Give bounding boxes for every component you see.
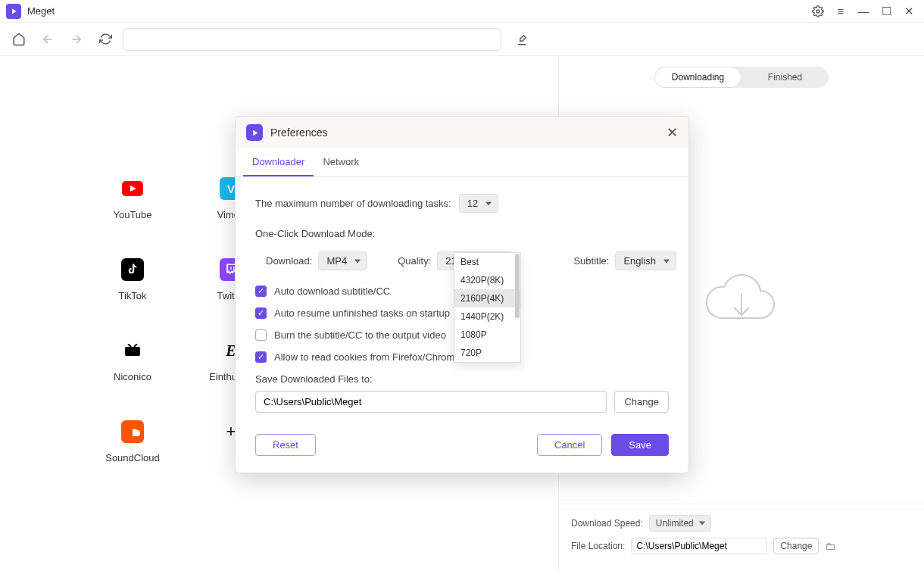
subtitle-select[interactable]: English	[615, 251, 676, 270]
save-path-change-button[interactable]: Change	[614, 391, 669, 413]
site-soundcloud[interactable]: SoundCloud	[83, 420, 182, 463]
reload-icon[interactable]	[94, 28, 117, 51]
quality-option[interactable]: Best	[454, 253, 520, 271]
svg-point-0	[816, 10, 819, 13]
save-path-input[interactable]	[255, 391, 607, 413]
youtube-icon	[121, 177, 144, 200]
checkbox-burn-subtitle[interactable]	[255, 329, 267, 341]
tab-network[interactable]: Network	[314, 148, 368, 176]
close-button[interactable]: ✕	[900, 2, 918, 20]
checkbox-burn-subtitle-label: Burn the subtitle/CC to the output video	[274, 329, 446, 341]
brush-icon[interactable]	[510, 28, 533, 51]
modal-title: Preferences	[270, 126, 327, 139]
reset-button[interactable]: Reset	[255, 434, 316, 456]
save-button[interactable]: Save	[611, 434, 669, 456]
quality-option[interactable]: 720P	[454, 344, 520, 362]
modal-tabs: Downloader Network	[236, 148, 688, 177]
quality-option[interactable]: 4320P(8K)	[454, 271, 520, 289]
site-niconico[interactable]: Niconico	[83, 339, 182, 382]
site-label: YouTube	[113, 209, 151, 220]
location-label: File Location:	[571, 541, 625, 551]
home-icon[interactable]	[8, 28, 30, 51]
tab-downloader[interactable]: Downloader	[243, 148, 314, 176]
cancel-button[interactable]: Cancel	[537, 434, 602, 456]
quality-label: Quality:	[398, 255, 431, 267]
location-change-button[interactable]: Change	[773, 538, 819, 554]
modal-close-button[interactable]: ✕	[666, 124, 678, 141]
tiktok-icon	[121, 258, 144, 281]
max-tasks-label: The maximum number of downloading tasks:	[255, 198, 451, 209]
forward-icon[interactable]	[65, 28, 88, 51]
modal-logo	[246, 124, 263, 141]
quality-option[interactable]: 1440P(2K)	[454, 307, 520, 326]
save-path-label: Save Downloaded Files to:	[255, 373, 373, 385]
dropdown-scrollbar[interactable]	[515, 254, 520, 318]
download-tab-segment: Downloading Finished	[654, 67, 829, 88]
checkbox-auto-subtitle[interactable]	[255, 286, 267, 297]
downloads-footer: Download Speed: Unlimited File Location:…	[559, 504, 924, 571]
menu-icon[interactable]: ≡	[832, 2, 850, 20]
checkbox-auto-resume[interactable]	[255, 307, 267, 319]
app-logo	[6, 4, 21, 19]
site-youtube[interactable]: YouTube	[83, 177, 182, 220]
app-name: Meget	[27, 5, 55, 17]
tab-finished[interactable]: Finished	[741, 67, 829, 88]
speed-select[interactable]: Unlimited	[649, 515, 711, 532]
back-icon[interactable]	[36, 28, 59, 51]
maximize-button[interactable]: ☐	[877, 2, 895, 20]
site-label: Niconico	[114, 371, 151, 382]
quality-dropdown: Best 4320P(8K) 2160P(4K) 1440P(2K) 1080P…	[454, 252, 521, 363]
soundcloud-icon	[121, 420, 144, 443]
site-label: TikTok	[118, 290, 146, 301]
mode-label: One-Click Download Mode:	[255, 228, 669, 239]
site-tiktok[interactable]: TikTok	[83, 258, 182, 301]
checkbox-auto-resume-label: Auto resume unfinished tasks on startup	[274, 307, 450, 319]
cloud-download-icon	[704, 273, 779, 329]
niconico-icon	[121, 339, 144, 362]
modal-header: Preferences ✕	[236, 117, 688, 148]
speed-label: Download Speed:	[571, 518, 643, 529]
url-input[interactable]	[123, 28, 501, 51]
quality-option[interactable]: 1080P	[454, 326, 520, 344]
checkbox-read-cookies-label: Allow to read cookies from Firefox/Chrom…	[274, 351, 460, 363]
location-input[interactable]	[631, 538, 767, 554]
subtitle-label: Subtitle:	[573, 255, 609, 267]
site-label: SoundCloud	[105, 452, 160, 463]
tab-downloading[interactable]: Downloading	[654, 67, 741, 88]
download-format-select[interactable]: MP4	[318, 251, 367, 270]
title-bar: Meget ≡ — ☐ ✕	[0, 0, 924, 23]
folder-icon[interactable]: 🗀	[825, 540, 835, 552]
svg-rect-2	[125, 347, 140, 356]
download-format-label: Download:	[266, 255, 312, 267]
checkbox-auto-subtitle-label: Auto download subtitle/CC	[274, 286, 390, 297]
max-tasks-select[interactable]: 12	[459, 194, 498, 213]
settings-icon[interactable]	[809, 2, 827, 20]
quality-option[interactable]: 2160P(4K)	[454, 289, 520, 307]
minimize-button[interactable]: —	[854, 2, 872, 20]
browser-toolbar	[0, 23, 924, 56]
checkbox-read-cookies[interactable]	[255, 351, 267, 363]
